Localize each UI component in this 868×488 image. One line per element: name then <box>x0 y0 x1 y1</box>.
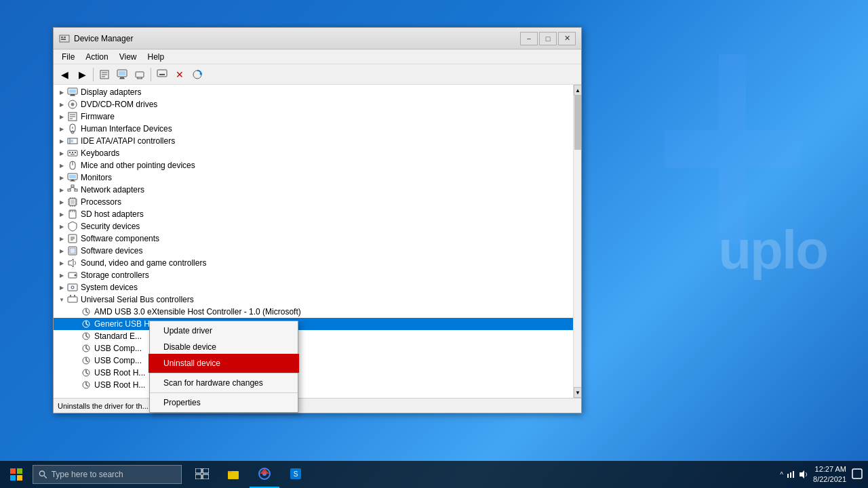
tree-item-keyboards[interactable]: ▶ Keyboards <box>54 147 573 159</box>
back-button[interactable]: ◀ <box>56 66 73 83</box>
tray-chevron[interactable]: ^ <box>780 471 783 479</box>
tree-label: Storage controllers <box>81 270 573 280</box>
tree-item-usb-root-2[interactable]: ▶ USB Root H... <box>54 379 573 391</box>
search-bar[interactable] <box>33 465 182 484</box>
close-button[interactable]: ✕ <box>558 32 576 45</box>
tree-item-sw-devices[interactable]: ▶ Software devices <box>54 245 573 257</box>
task-view-button[interactable] <box>187 461 217 488</box>
device-manager-window: Device Manager − □ ✕ File Action View He… <box>53 27 582 413</box>
minimize-button[interactable]: − <box>520 32 538 45</box>
tree-item-sd-host[interactable]: ▶ SD host adapters <box>54 208 573 220</box>
tree-item-monitors[interactable]: ▶ Monitors <box>54 171 573 184</box>
ctx-uninstall-device[interactable]: Uninstall device <box>150 355 298 371</box>
tree-item-sw-components[interactable]: ▶ Software components <box>54 232 573 245</box>
tree-item-hid[interactable]: ▶ Human Interface Devices <box>54 123 573 135</box>
scrollbar-thumb[interactable] <box>574 96 581 150</box>
volume-icon <box>798 470 808 479</box>
svg-line-114 <box>44 476 47 479</box>
menu-action[interactable]: Action <box>80 51 113 63</box>
svg-line-99 <box>86 348 88 350</box>
svg-rect-2 <box>64 37 66 38</box>
svg-rect-50 <box>75 189 77 191</box>
tree-item-network[interactable]: ▶ Network adapters <box>54 184 573 196</box>
tree-label: Sound, video and game controllers <box>81 258 573 268</box>
tree-item-firmware[interactable]: ▶ Firmware <box>54 110 573 123</box>
disable-button[interactable] <box>154 66 170 83</box>
svg-rect-49 <box>68 189 71 191</box>
tree-item-display-adapters[interactable]: ▶ Display adapters <box>54 86 573 98</box>
expand-arrow: ▶ <box>56 197 67 207</box>
tree-item-dvd[interactable]: ▶ DVD/CD-ROM drives <box>54 98 573 110</box>
tree-label: Human Interface Devices <box>81 124 573 134</box>
expand-arrow: ▶ <box>56 160 67 171</box>
tree-item-security[interactable]: ▶ Security devices <box>54 220 573 232</box>
device-icon <box>67 270 78 281</box>
scrollbar[interactable]: ▲ ▼ <box>573 85 581 398</box>
tree-item-processors[interactable]: ▶ Processors <box>54 196 573 208</box>
app-icon: S <box>289 467 302 481</box>
scroll-down-arrow[interactable]: ▼ <box>574 387 581 398</box>
tree-item-usb-controllers[interactable]: ▼ Universal Serial Bus controllers <box>54 293 573 306</box>
tree-item-usb-root-1[interactable]: ▶ USB Root H... <box>54 367 573 379</box>
properties-button[interactable] <box>96 66 113 83</box>
expand-arrow: ▶ <box>56 172 67 183</box>
tree-item-generic-hub[interactable]: ▶ Generic USB Hub <box>54 318 573 330</box>
context-menu: Update driver Disable device Uninstall d… <box>149 321 298 413</box>
tree-item-usb-comp-1[interactable]: ▶ USB Comp... <box>54 342 573 354</box>
update-driver-button[interactable] <box>114 66 130 83</box>
expand-arrow: ▶ <box>56 221 67 232</box>
scan-button[interactable] <box>189 66 205 83</box>
device-tree[interactable]: ▶ Display adapters ▶ DVD/CD-ROM drives ▶ <box>54 85 573 398</box>
device-icon <box>81 331 92 342</box>
device-icon <box>67 294 78 305</box>
tree-item-system[interactable]: ▶ System devices <box>54 281 573 293</box>
svg-rect-125 <box>790 472 791 478</box>
menu-view[interactable]: View <box>114 51 142 63</box>
svg-text:S: S <box>294 470 298 478</box>
start-button[interactable] <box>0 461 33 488</box>
svg-line-96 <box>86 336 88 338</box>
scroll-up-arrow[interactable]: ▲ <box>574 85 581 96</box>
show-devices-button[interactable] <box>132 66 148 83</box>
ctx-disable-device[interactable]: Disable device <box>150 339 298 355</box>
tree-item-amd-usb[interactable]: ▶ AMD USB 3.0 eXtensible Host Controller… <box>54 306 573 318</box>
menu-bar: File Action View Help <box>54 49 581 64</box>
device-icon <box>67 209 78 220</box>
ctx-scan-hardware[interactable]: Scan for hardware changes <box>150 375 298 391</box>
menu-help[interactable]: Help <box>142 51 170 63</box>
search-input[interactable] <box>52 470 176 479</box>
maximize-button[interactable]: □ <box>539 32 557 45</box>
ctx-update-driver[interactable]: Update driver <box>150 323 298 339</box>
desktop: uplo Device Manager − □ ✕ File <box>0 0 868 488</box>
svg-rect-109 <box>10 468 16 474</box>
tree-item-sound[interactable]: ▶ Sound, video and game controllers <box>54 257 573 269</box>
status-text: Uninstalls the driver for th... <box>58 402 149 410</box>
device-icon <box>67 160 78 171</box>
svg-rect-126 <box>793 471 794 478</box>
ctx-separator-1 <box>150 373 298 373</box>
svg-rect-48 <box>71 185 74 187</box>
toolbar-sep-2 <box>151 68 151 81</box>
tree-item-usb-comp-2[interactable]: ▶ USB Comp... <box>54 354 573 367</box>
svg-marker-127 <box>800 470 804 479</box>
taskbar-chrome[interactable] <box>250 461 279 488</box>
tree-item-ide[interactable]: ▶ IDE ATA/ATAPI controllers <box>54 135 573 147</box>
device-icon <box>67 123 78 134</box>
svg-rect-3 <box>61 39 66 40</box>
menu-file[interactable]: File <box>56 51 80 63</box>
tree-item-mice[interactable]: ▶ Mice and other pointing devices <box>54 159 573 171</box>
notification-icon[interactable] <box>852 468 863 481</box>
taskbar-right: ^ 12:27 AM 8/22/2021 <box>780 464 868 485</box>
forward-button[interactable]: ▶ <box>74 66 90 83</box>
tree-item-standard-e[interactable]: ▶ Standard E... <box>54 330 573 342</box>
uninstall-button[interactable]: ✕ <box>172 66 188 83</box>
expand-arrow: ▶ <box>56 123 67 134</box>
system-clock[interactable]: 12:27 AM 8/22/2021 <box>813 464 846 485</box>
taskbar-app-3[interactable]: S <box>281 461 311 488</box>
tree-label: Software components <box>81 234 573 243</box>
svg-point-79 <box>75 274 77 277</box>
tree-item-storage[interactable]: ▶ Storage controllers <box>54 269 573 281</box>
ctx-properties[interactable]: Properties <box>150 394 298 411</box>
taskbar-file-explorer[interactable] <box>218 461 248 488</box>
device-icon <box>81 343 92 354</box>
